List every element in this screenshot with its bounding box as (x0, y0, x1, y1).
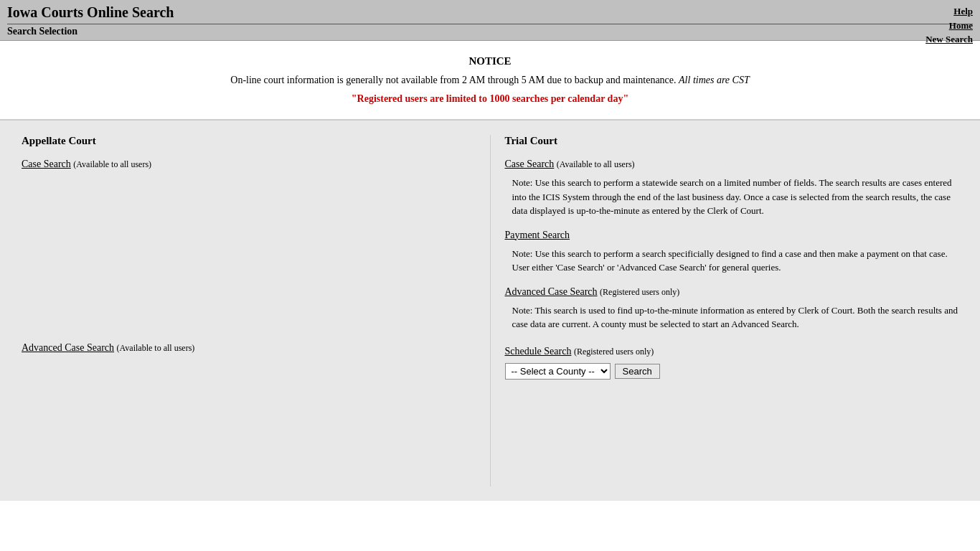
notice-warning: "Registered users are limited to 1000 se… (7, 93, 973, 105)
trial-advanced-case-search-available: (Registered users only) (600, 287, 679, 297)
schedule-search-link[interactable]: Schedule Search (505, 346, 572, 357)
county-select[interactable]: -- Select a County -- Adair Adams Allama… (505, 363, 611, 380)
trial-case-search-link[interactable]: Case Search (505, 159, 555, 169)
page-subtitle: Search Selection (7, 26, 973, 40)
appellate-case-search-section: Case Search (Available to all users) (22, 159, 476, 170)
payment-search-section: Payment Search Note: Use this search to … (505, 230, 959, 275)
notice-main-text: On-line court information is generally n… (230, 75, 676, 85)
schedule-search-section: Schedule Search (Registered users only) … (505, 346, 959, 380)
trial-advanced-search-section: Advanced Case Search (Registered users o… (505, 286, 959, 331)
app-title: Iowa Courts Online Search (7, 4, 973, 21)
home-link[interactable]: Home (925, 19, 973, 33)
appellate-case-search-available: (Available to all users) (73, 159, 151, 169)
new-search-link[interactable]: New Search (925, 32, 973, 47)
notice-text: On-line court information is generally n… (7, 75, 973, 86)
appellate-advanced-case-search-link[interactable]: Advanced Case Search (22, 342, 114, 353)
appellate-title: Appellate Court (22, 135, 476, 147)
notice-section: NOTICE On-line court information is gene… (0, 41, 980, 121)
notice-title: NOTICE (7, 55, 973, 67)
main-content: Appellate Court Case Search (Available t… (0, 121, 980, 501)
payment-search-link[interactable]: Payment Search (505, 230, 570, 240)
trial-case-search-available: (Available to all users) (557, 159, 635, 169)
schedule-search-available: (Registered users only) (574, 347, 654, 357)
appellate-advanced-search-title: Advanced Case Search (Available to all u… (22, 342, 476, 354)
header-nav: Help Home New Search (925, 4, 973, 47)
appellate-column: Appellate Court Case Search (Available t… (14, 135, 491, 486)
trial-title: Trial Court (505, 135, 959, 147)
header-divider (7, 24, 973, 24)
appellate-case-search-title: Case Search (Available to all users) (22, 159, 476, 170)
header: Iowa Courts Online Search Search Selecti… (0, 0, 980, 41)
county-row: -- Select a County -- Adair Adams Allama… (505, 363, 959, 380)
trial-advanced-search-title: Advanced Case Search (Registered users o… (505, 286, 959, 298)
notice-italics-text: All times are CST (679, 75, 750, 85)
appellate-advanced-case-search-available: (Available to all users) (117, 343, 195, 353)
payment-search-title: Payment Search (505, 230, 959, 241)
trial-case-search-title: Case Search (Available to all users) (505, 159, 959, 170)
trial-case-search-note: Note: Use this search to perform a state… (512, 176, 959, 218)
trial-advanced-case-search-link[interactable]: Advanced Case Search (505, 286, 598, 297)
trial-column: Trial Court Case Search (Available to al… (491, 135, 966, 486)
trial-case-search-section: Case Search (Available to all users) Not… (505, 159, 959, 218)
payment-search-note: Note: Use this search to perform a searc… (512, 247, 959, 275)
schedule-search-button[interactable]: Search (615, 364, 660, 379)
help-link[interactable]: Help (925, 4, 973, 19)
appellate-advanced-section: Advanced Case Search (Available to all u… (22, 342, 476, 354)
appellate-case-search-link[interactable]: Case Search (22, 159, 71, 169)
schedule-search-title: Schedule Search (Registered users only) (505, 346, 959, 357)
trial-advanced-search-note: Note: This search is used to find up-to-… (512, 303, 959, 331)
